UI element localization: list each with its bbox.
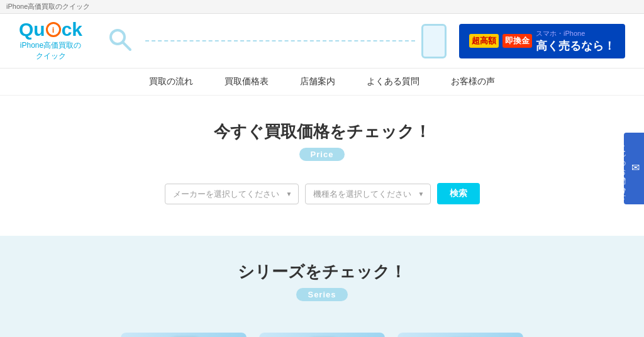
main-nav: 買取の流れ 買取価格表 店舗案内 よくある質問 お客様の声 bbox=[0, 69, 644, 96]
banner-sub2: スマホ・iPhone bbox=[536, 29, 615, 38]
logo-sub: iPhone高価買取の クイック bbox=[20, 40, 81, 62]
iphone-card-image bbox=[121, 333, 247, 337]
header-arrow-area bbox=[95, 24, 447, 58]
nav-item-flow[interactable]: 買取の流れ bbox=[149, 76, 193, 87]
logo-area: Qu i ck iPhone高価買取の クイック bbox=[19, 20, 82, 62]
price-section-title: 今すぐ買取価格をチェック！ bbox=[13, 121, 631, 143]
banner-label1: 超高額 bbox=[469, 34, 499, 48]
svg-line-1 bbox=[123, 42, 130, 50]
phone-icon bbox=[421, 24, 447, 58]
logo-brand: Qu i ck bbox=[19, 20, 82, 39]
model-select[interactable]: 機種名を選択してください bbox=[305, 184, 431, 204]
xperia-card-image bbox=[259, 333, 385, 337]
nav-item-store[interactable]: 店舗案内 bbox=[300, 76, 335, 87]
nav-item-reviews[interactable]: お客様の声 bbox=[451, 76, 495, 87]
nav-item-price[interactable]: 買取価格表 bbox=[225, 76, 269, 87]
dotted-line bbox=[145, 40, 415, 41]
email-icon: ✉ bbox=[630, 162, 641, 174]
series-cards: iPhone › Xperia › Galaxy › bbox=[13, 333, 631, 337]
series-badge: Series bbox=[296, 288, 347, 301]
email-sidebar-text: メールのお問い合わせ bbox=[618, 140, 627, 197]
price-badge: Price bbox=[299, 148, 345, 161]
maker-select-wrapper[interactable]: メーカーを選択してください bbox=[165, 184, 299, 204]
price-form: メーカーを選択してください 機種名を選択してください 検索 bbox=[13, 183, 631, 204]
search-icon bbox=[108, 27, 133, 55]
series-section-title: シリーズをチェック！ bbox=[13, 261, 631, 283]
series-card-xperia[interactable]: Xperia › bbox=[259, 333, 385, 337]
nav-item-faq[interactable]: よくある質問 bbox=[367, 76, 419, 87]
logo-ick: ck bbox=[62, 20, 82, 39]
model-select-wrapper[interactable]: 機種名を選択してください bbox=[305, 184, 431, 204]
search-button[interactable]: 検索 bbox=[437, 183, 480, 204]
banner-label2: 即換金 bbox=[502, 34, 532, 48]
header-banner: 超高額 即換金 スマホ・iPhone 高く売るなら！ bbox=[459, 24, 625, 58]
section-series: シリーズをチェック！ Series iPhone › Xperia › bbox=[0, 236, 644, 337]
email-sidebar[interactable]: ✉ メールのお問い合わせ bbox=[624, 133, 644, 204]
maker-select[interactable]: メーカーを選択してください bbox=[165, 184, 299, 204]
banner-subtitle: 高く売るなら！ bbox=[536, 38, 615, 53]
top-bar-text: iPhone高価買取のクイック bbox=[6, 3, 90, 10]
logo-o-circle: i bbox=[46, 22, 61, 37]
section-price: 今すぐ買取価格をチェック！ Price メーカーを選択してください 機種名を選択… bbox=[0, 96, 644, 236]
series-card-iphone[interactable]: iPhone › bbox=[121, 333, 247, 337]
series-card-galaxy[interactable]: Galaxy › bbox=[397, 333, 523, 337]
galaxy-card-image bbox=[397, 333, 523, 337]
header: Qu i ck iPhone高価買取の クイック 超高額 即換金 スマホ・iPh… bbox=[0, 14, 644, 69]
banner-top-row: 超高額 即換金 スマホ・iPhone 高く売るなら！ bbox=[469, 29, 615, 53]
top-bar: iPhone高価買取のクイック bbox=[0, 0, 644, 14]
logo-q: Qu bbox=[19, 20, 45, 39]
